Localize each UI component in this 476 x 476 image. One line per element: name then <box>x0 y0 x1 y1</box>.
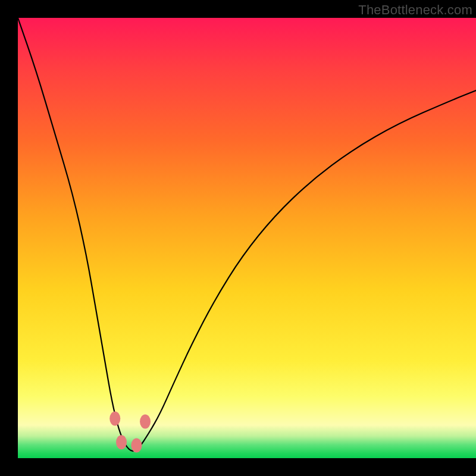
curve-layer <box>18 18 476 458</box>
bottleneck-curve <box>18 18 476 451</box>
chart-frame: TheBottleneck.com <box>18 0 476 458</box>
curve-marker-2 <box>131 439 142 453</box>
curve-marker-0 <box>109 411 120 425</box>
curve-marker-1 <box>116 435 127 449</box>
curve-markers <box>109 411 151 452</box>
watermark-text: TheBottleneck.com <box>358 2 472 18</box>
plot-area <box>18 18 476 458</box>
curve-marker-3 <box>140 415 151 429</box>
